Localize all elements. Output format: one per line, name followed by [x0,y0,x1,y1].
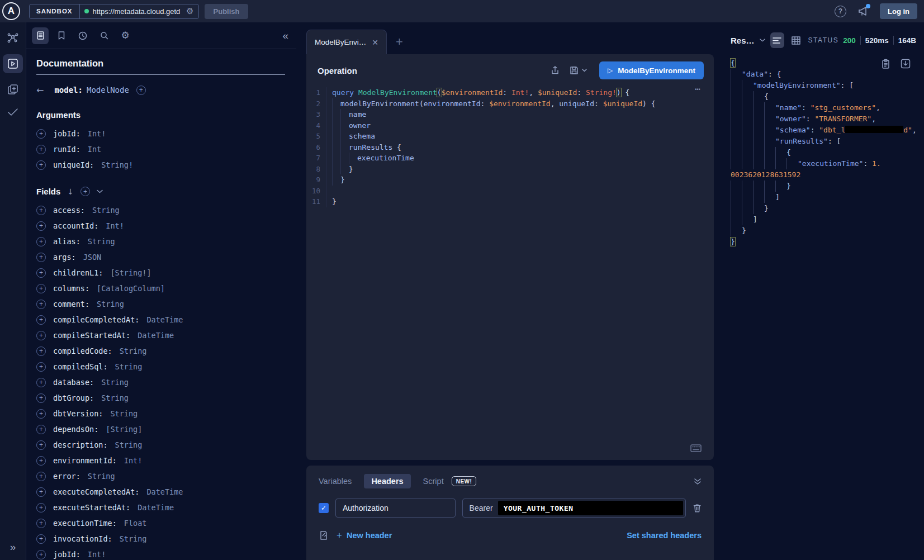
field-type[interactable]: String [110,409,138,418]
field-type[interactable]: String [101,393,129,402]
field-type[interactable]: JSON [83,253,102,262]
field-type[interactable]: String [120,534,147,543]
endpoint-url-field[interactable]: https://metadata.cloud.getd ⚙ [80,4,198,18]
plus-circle-icon[interactable] [80,187,90,196]
field-type[interactable]: String [88,472,115,481]
new-tab-button[interactable]: + [396,35,403,49]
plus-circle-icon[interactable] [136,86,146,95]
download-icon[interactable] [901,59,911,69]
plus-circle-icon[interactable] [36,284,46,293]
field-row[interactable]: invocationId:String [36,531,285,547]
field-row[interactable]: jobId:Int! [36,547,285,560]
header-key-input[interactable] [335,499,456,518]
save-button-group[interactable] [569,65,587,75]
field-row[interactable]: childrenL1:[String!] [36,265,285,281]
plus-circle-icon[interactable] [36,331,46,340]
field-row[interactable]: dbtVersion:String [36,406,285,421]
plus-circle-icon[interactable] [36,519,46,528]
field-row[interactable]: executeCompletedAt:DateTime [36,484,285,500]
plus-circle-icon[interactable] [36,456,46,466]
field-type[interactable]: DateTime [138,331,174,340]
collapse-docs-icon[interactable]: « [282,30,288,42]
field-type[interactable]: DateTime [146,315,183,324]
field-type[interactable]: String [88,237,115,246]
header-value-input[interactable]: Bearer YOUR_AUTH_TOKEN [462,499,686,518]
search-tab-button[interactable] [96,27,112,44]
plus-circle-icon[interactable] [36,503,46,512]
field-type[interactable]: String [101,378,129,387]
plus-circle-icon[interactable] [36,409,46,419]
argument-row[interactable]: jobId:Int! [36,126,285,141]
table-view-button[interactable] [789,32,803,48]
field-type[interactable]: Int! [106,221,124,230]
plus-circle-icon[interactable] [36,253,46,262]
plus-circle-icon[interactable] [36,425,46,434]
plus-circle-icon[interactable] [36,315,46,325]
field-type[interactable]: [CatalogColumn] [97,284,165,293]
field-type[interactable]: String [97,300,124,309]
field-row[interactable]: dependsOn:[String] [36,421,285,437]
field-type[interactable]: Int! [124,456,143,465]
tab-variables[interactable]: Variables [319,477,352,486]
plus-circle-icon[interactable] [36,362,46,372]
header-enabled-checkbox[interactable]: ✓ [319,503,329,513]
field-row[interactable]: executeStartedAt:DateTime [36,500,285,515]
sort-down-icon[interactable]: ↓ [67,187,74,196]
graphql-editor[interactable]: ⋯ 1query ModelByEnvironment($environment… [306,83,714,460]
nav-graph-button[interactable] [6,31,20,45]
plus-circle-icon[interactable] [36,145,46,154]
field-row[interactable]: access:String [36,202,285,218]
argument-row[interactable]: runId:Int [36,141,285,157]
field-row[interactable]: database:String [36,374,285,390]
script-page-icon[interactable] [319,530,329,540]
plus-circle-icon[interactable] [36,440,46,450]
endpoint-url-text[interactable]: https://metadata.cloud.getd [93,7,183,16]
field-type[interactable]: String [115,440,143,449]
field-row[interactable]: environmentId:Int! [36,453,285,468]
field-row[interactable]: alias:String [36,234,285,249]
plus-circle-icon[interactable] [36,268,46,278]
list-view-button[interactable] [770,32,784,48]
plus-circle-icon[interactable] [36,534,46,544]
field-row[interactable]: columns:[CatalogColumn] [36,281,285,296]
login-button[interactable]: Log in [880,3,917,19]
field-type[interactable]: String [120,347,147,355]
plus-circle-icon[interactable] [36,160,46,170]
run-operation-button[interactable]: ▷ ModelByEnvironment [599,61,704,79]
field-row[interactable]: comment:String [36,296,285,312]
publish-button[interactable]: Publish [205,4,249,19]
keyboard-icon[interactable] [690,444,702,452]
share-icon[interactable] [550,65,560,75]
plus-circle-icon[interactable] [36,221,46,231]
chevron-down-icon[interactable] [97,189,103,193]
more-menu-icon[interactable]: ⋯ [695,84,702,95]
field-row[interactable]: error:String [36,468,285,484]
field-type[interactable]: Int! [88,129,106,138]
field-row[interactable]: compiledSql:String [36,359,285,374]
plus-circle-icon[interactable] [36,487,46,497]
field-row[interactable]: compileStartedAt:DateTime [36,328,285,343]
operation-tab[interactable]: ModelByEnvi… ✕ [306,30,387,54]
tab-script[interactable]: Script [423,477,444,486]
field-row[interactable]: accountId:Int! [36,218,285,234]
help-icon[interactable]: ? [835,6,846,17]
settings-tab-button[interactable]: ⚙ [117,27,134,44]
docs-tab-button[interactable] [32,27,49,44]
expand-rail-icon[interactable]: » [10,541,16,553]
plus-circle-icon[interactable] [36,237,46,246]
back-arrow-icon[interactable]: ← [36,85,44,96]
plus-circle-icon[interactable] [36,550,46,559]
nav-explorer-button-active[interactable] [3,54,23,73]
field-type[interactable]: DateTime [146,487,183,496]
plus-circle-icon[interactable] [36,472,46,481]
trash-icon[interactable] [693,503,702,513]
history-tab-button[interactable] [74,27,91,44]
set-shared-headers-button[interactable]: Set shared headers [627,531,702,540]
field-row[interactable]: executionTime:Float [36,515,285,531]
tab-headers[interactable]: Headers [364,474,410,488]
announcements-button[interactable] [857,6,869,17]
field-type[interactable]: [String!] [110,268,151,277]
field-row[interactable]: compiledCode:String [36,343,285,359]
plus-circle-icon[interactable] [36,347,46,356]
field-type[interactable]: String [92,206,120,215]
